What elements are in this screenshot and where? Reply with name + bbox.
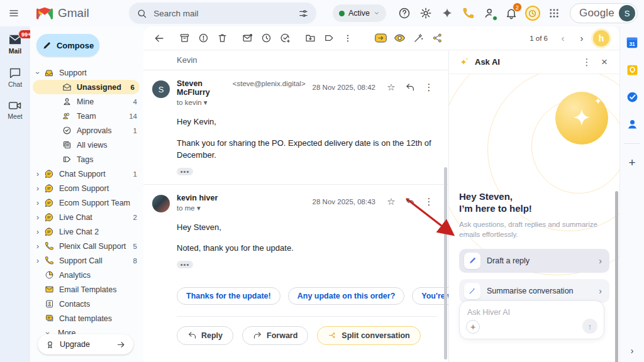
panel-more-options-icon[interactable]: ⋮ — [578, 53, 596, 71]
recipient-dropdown[interactable]: to kevin ▾ — [177, 98, 306, 107]
sidebar-item-ecom-support[interactable]: › Ecom Support — [30, 181, 143, 195]
older-thread-icon[interactable]: › — [574, 33, 589, 43]
contacts-icon[interactable] — [625, 116, 640, 131]
address-book-icon — [43, 299, 55, 309]
forward-button[interactable]: Forward — [242, 326, 308, 345]
ask-ai-scrollbar[interactable] — [615, 191, 618, 362]
reply-icon[interactable] — [402, 79, 418, 96]
smart-reply-chip[interactable]: Any update on this order? — [288, 287, 405, 305]
add-to-tasks-icon[interactable] — [275, 29, 294, 48]
more-options-icon[interactable] — [338, 29, 357, 48]
sidebar-item-chat-templates[interactable]: Chat templates — [30, 311, 143, 326]
sidebar-item-chat-support[interactable]: › Chat Support 1 — [30, 167, 143, 181]
notifications-bell-icon[interactable]: 2 — [502, 4, 521, 23]
sidebar-item-plenix-call-support[interactable]: › Plenix Call Support 5 — [30, 239, 143, 253]
recipient-dropdown[interactable]: to me ▾ — [177, 204, 306, 212]
gemini-sparkle-icon[interactable] — [438, 4, 457, 23]
hiver-assign-icon[interactable] — [371, 29, 390, 48]
availability-status-dropdown[interactable]: Active — [333, 4, 386, 22]
summarise-conversation-button[interactable]: Summarise conversation › — [459, 279, 609, 303]
back-icon[interactable] — [150, 29, 169, 48]
rail-item-mail[interactable]: 99+ Mail — [8, 34, 22, 55]
sidebar-item-unassigned[interactable]: Unassigned 6 — [33, 80, 140, 94]
sidebar-item-ecom-support-team[interactable]: › Ecom Support Team — [30, 195, 143, 210]
collapse-side-panel-icon[interactable]: › — [631, 346, 634, 356]
search-options-icon[interactable] — [298, 8, 309, 19]
get-add-ons-icon[interactable]: + — [628, 156, 635, 170]
sidebar-item-live-chat-2[interactable]: › Live Chat 2 — [30, 224, 143, 239]
chevron-right-icon[interactable]: › — [33, 213, 42, 222]
chevron-right-icon[interactable]: › — [33, 228, 42, 236]
smart-reply-chip[interactable]: Thanks for the update! — [177, 287, 280, 305]
panel-close-icon[interactable]: × — [596, 53, 613, 71]
hiver-contacts-icon[interactable] — [480, 4, 499, 23]
chevron-down-icon[interactable]: › — [33, 69, 42, 77]
sidebar-item-live-chat[interactable]: › Live Chat 2 — [30, 210, 143, 224]
calendar-icon[interactable]: 31 — [625, 35, 640, 50]
sidebar-item-approvals[interactable]: Approvals 1 — [30, 123, 143, 138]
chevron-right-icon[interactable]: › — [33, 184, 42, 193]
send-arrow-icon[interactable]: ↑ — [582, 319, 597, 334]
snooze-clock-icon[interactable] — [257, 29, 275, 48]
hiver-timer-icon[interactable] — [523, 4, 542, 23]
google-account-button[interactable]: Google S — [570, 3, 638, 23]
reply-icon[interactable] — [402, 194, 418, 210]
sidebar-item-contacts[interactable]: Contacts — [30, 297, 143, 311]
gmail-wordmark: Gmail — [58, 6, 89, 20]
more-options-icon[interactable]: ⋮ — [421, 79, 437, 96]
chevron-right-icon[interactable]: › — [33, 170, 42, 178]
newer-thread-icon[interactable]: ‹ — [555, 33, 570, 43]
hiver-magic-wand-icon[interactable] — [409, 29, 428, 48]
reply-button[interactable]: Reply — [177, 326, 233, 345]
draft-a-reply-button[interactable]: Draft a reply › — [459, 249, 609, 273]
thread-scrollbar[interactable] — [444, 167, 447, 359]
chevron-right-icon[interactable]: › — [33, 242, 42, 251]
sidebar-item-analytics[interactable]: Analytics — [30, 268, 143, 282]
hiver-call-icon[interactable] — [459, 4, 478, 23]
sidebar-item-team[interactable]: Team 14 — [30, 109, 143, 123]
hiver-profile-avatar[interactable]: h — [593, 30, 609, 47]
ask-hiver-ai-input[interactable]: Ask Hiver AI + ↑ — [459, 300, 604, 339]
move-to-icon[interactable] — [301, 29, 319, 48]
star-icon[interactable]: ☆ — [383, 194, 399, 210]
report-spam-icon[interactable] — [194, 29, 213, 48]
rail-item-chat[interactable]: Chat — [8, 67, 22, 88]
hiver-views-eye-icon[interactable] — [390, 29, 409, 48]
account-avatar[interactable]: S — [619, 5, 635, 21]
show-trimmed-content-button[interactable]: ••• — [177, 261, 193, 268]
smart-reply-row: Thanks for the update! Any update on thi… — [143, 277, 448, 316]
compose-button[interactable]: Compose — [36, 34, 99, 57]
help-icon[interactable] — [395, 4, 414, 23]
split-conversation-button[interactable]: Split conversation — [317, 326, 420, 345]
avatar-kevin[interactable] — [152, 195, 170, 212]
main-menu-icon[interactable] — [0, 8, 28, 19]
more-options-icon[interactable]: ⋮ — [421, 194, 437, 210]
chevron-right-icon[interactable]: › — [33, 256, 42, 265]
sidebar-item-email-templates[interactable]: Email Templates — [30, 282, 143, 297]
attach-plus-icon[interactable]: + — [466, 320, 480, 334]
sidebar-item-all-views[interactable]: All views — [30, 138, 143, 152]
archive-icon[interactable] — [175, 29, 194, 48]
chevron-right-icon[interactable]: › — [33, 199, 42, 207]
mark-unread-icon[interactable] — [238, 29, 257, 48]
google-apps-grid-icon[interactable] — [545, 4, 564, 23]
show-trimmed-content-button[interactable]: ••• — [177, 168, 193, 175]
upgrade-button[interactable]: Upgrade — [38, 334, 133, 354]
star-icon[interactable]: ☆ — [383, 79, 399, 96]
sidebar-item-support[interactable]: › Support — [30, 65, 143, 80]
rail-item-meet[interactable]: Meet — [8, 101, 22, 120]
search-bar[interactable] — [129, 3, 316, 24]
chat-template-icon — [43, 314, 55, 323]
tasks-icon[interactable] — [625, 89, 640, 104]
avatar-steven[interactable]: S — [152, 80, 170, 98]
settings-gear-icon[interactable] — [416, 4, 435, 23]
search-input[interactable] — [153, 9, 292, 18]
sidebar-item-mine[interactable]: Mine 4 — [30, 94, 143, 109]
delete-trash-icon[interactable] — [213, 29, 231, 48]
collapsed-message-snippet[interactable]: Kevin — [143, 53, 448, 70]
keep-icon[interactable] — [625, 62, 640, 77]
label-icon[interactable] — [319, 29, 338, 48]
hiver-share-icon[interactable] — [428, 29, 447, 48]
sidebar-item-tags[interactable]: Tags — [30, 152, 143, 167]
sidebar-item-support-call[interactable]: › Support Call 8 — [30, 253, 143, 268]
